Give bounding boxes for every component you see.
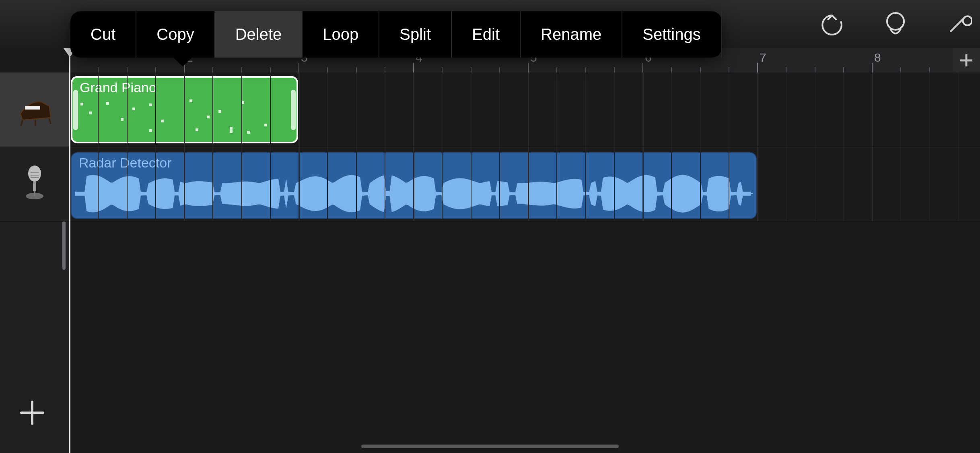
svg-rect-5: [34, 191, 35, 196]
region-label: Radar Detector: [79, 155, 172, 171]
playhead[interactable]: [69, 48, 70, 453]
ctx-label: Settings: [642, 25, 701, 43]
region-handle-left[interactable]: [73, 90, 78, 130]
ctx-edit[interactable]: Edit: [452, 11, 521, 58]
track-lane-1[interactable]: Grand Piano: [69, 72, 980, 147]
add-section-button[interactable]: [953, 48, 980, 72]
ctx-label: Split: [399, 25, 431, 43]
track-lane-2[interactable]: Radar Detector: [69, 147, 980, 221]
loop-browser-button[interactable]: [881, 10, 910, 38]
ctx-cut[interactable]: Cut: [70, 11, 136, 58]
region-handle-right[interactable]: [291, 90, 296, 130]
timeline[interactable]: Grand Piano Radar Detector: [69, 72, 980, 453]
track-scrollbar[interactable]: [62, 221, 66, 270]
undo-button[interactable]: [819, 10, 847, 38]
ctx-settings[interactable]: Settings: [622, 11, 722, 58]
svg-point-0: [887, 13, 904, 30]
svg-point-2: [28, 165, 41, 182]
ctx-label: Cut: [91, 25, 115, 43]
add-track-button[interactable]: [16, 397, 48, 429]
ctx-copy[interactable]: Copy: [136, 11, 215, 58]
ctx-rename[interactable]: Rename: [521, 11, 622, 58]
top-right-tools: [819, 8, 972, 40]
region-label: Grand Piano: [80, 80, 156, 95]
ctx-loop[interactable]: Loop: [303, 11, 379, 58]
ctx-label: Rename: [541, 25, 601, 43]
piano-icon: [14, 89, 55, 130]
ctx-delete[interactable]: Delete: [215, 11, 303, 58]
ruler-bar-label: 7: [760, 51, 766, 64]
ctx-label: Edit: [472, 25, 500, 43]
svg-rect-3: [33, 182, 36, 191]
home-indicator[interactable]: [361, 445, 619, 448]
ruler-bar-label: 8: [874, 51, 881, 64]
track-header-column: [0, 72, 69, 453]
region-context-menu: Cut Copy Delete Loop Split Edit Rename S…: [70, 11, 722, 58]
settings-wrench-button[interactable]: [944, 10, 972, 38]
microphone-icon: [14, 163, 55, 205]
ctx-label: Copy: [156, 25, 194, 43]
ctx-split[interactable]: Split: [379, 11, 452, 58]
svg-rect-1: [25, 106, 40, 110]
ctx-label: Loop: [323, 25, 358, 43]
ctx-label: Delete: [235, 25, 282, 43]
track-header-piano[interactable]: [0, 72, 69, 147]
track-header-mic[interactable]: [0, 147, 69, 221]
